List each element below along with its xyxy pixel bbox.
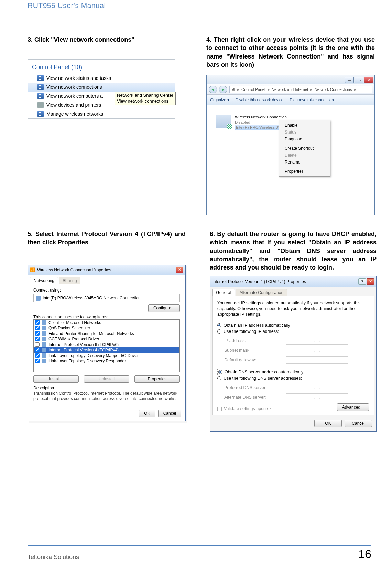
disable-device-button[interactable]: Disable this network device [236, 98, 283, 102]
step4-text: 4. Then right click on your wireless dev… [206, 35, 375, 69]
cp-item-label: View network computers a [46, 93, 103, 99]
tab-alternate[interactable]: Alternate Configuration [236, 289, 287, 296]
ok-button[interactable]: OK [314, 420, 342, 427]
tab-networking[interactable]: Networking [30, 277, 58, 284]
ip-label: IP address: [224, 338, 286, 343]
checkbox-label: Validate settings upon exit [224, 406, 274, 411]
radio-obtain-dns[interactable]: Obtain DNS server address automatically [217, 369, 304, 375]
pdns-field: . . . [286, 384, 348, 391]
item-checkbox[interactable] [35, 353, 40, 358]
network-icon [37, 84, 44, 90]
toolbar: Organize ▾ Disable this network device D… [207, 95, 374, 105]
radio-obtain-ip[interactable]: Obtain an IP address automatically [217, 322, 369, 328]
list-item: File and Printer Sharing for Microsoft N… [48, 331, 134, 336]
wireless-icon [37, 111, 44, 117]
page-number: 16 [358, 547, 371, 561]
gateway-field: . . . [286, 356, 348, 364]
context-menu: Enable Status Diagnose Create Shortcut D… [279, 120, 330, 177]
radio-icon [217, 376, 221, 380]
ip-field: . . . [286, 337, 348, 345]
cp-item-label: View devices and printers [46, 102, 101, 108]
radio-label: Obtain DNS server address automatically [225, 370, 303, 375]
radio-icon [217, 329, 221, 334]
item-checkbox[interactable] [35, 359, 40, 363]
uninstall-button: Uninstall [84, 375, 129, 383]
diagnose-button[interactable]: Diagnose this connection [290, 98, 334, 102]
menu-create-shortcut[interactable]: Create Shortcut [280, 145, 329, 152]
mask-field: . . . [286, 347, 348, 354]
step5-text: 5. Select Internet Protocol Version 4 (T… [28, 230, 186, 247]
install-button[interactable]: Install... [33, 375, 79, 383]
pdns-label: Preferred DNS server: [224, 385, 286, 390]
close-button[interactable]: ✕ [364, 77, 373, 83]
dialog-title: Internet Protocol Version 4 (TCP/IPv4) P… [212, 279, 306, 284]
description-text: Transmission Control Protocol/Internet P… [33, 391, 180, 402]
properties-button[interactable]: Properties [134, 375, 180, 383]
protocol-icon [42, 359, 46, 363]
intro-text: You can get IP settings assigned automat… [217, 300, 369, 318]
cancel-button[interactable]: Cancel [345, 420, 372, 427]
menu-properties[interactable]: Properties [280, 168, 329, 175]
item-checkbox[interactable] [35, 331, 40, 336]
minimize-button[interactable]: — [345, 77, 354, 83]
checkbox-icon[interactable] [217, 407, 222, 411]
tab-general[interactable]: General [212, 289, 235, 296]
breadcrumb[interactable]: 🖥 Control Panel Network and Internet Net… [229, 86, 372, 93]
gateway-label: Default gateway: [224, 358, 286, 362]
list-item: Link-Layer Topology Discovery Responder [48, 359, 126, 363]
list-item: GCT WiMax Protocol Driver [48, 337, 99, 341]
cp-item-selected[interactable]: View network connections [28, 83, 175, 92]
network-icon [37, 93, 44, 99]
maximize-button[interactable]: ▭ [355, 77, 363, 83]
cp-item[interactable]: View network computers a Network and Sha… [28, 92, 175, 101]
connect-using-label: Connect using: [33, 288, 180, 293]
help-button[interactable]: ? [358, 278, 366, 285]
share-icon [42, 331, 46, 336]
client-icon [42, 320, 46, 325]
item-checkbox[interactable] [35, 337, 40, 341]
radio-icon [217, 323, 221, 327]
menu-enable[interactable]: Enable [280, 122, 329, 129]
advanced-button[interactable]: Advanced... [337, 403, 369, 411]
item-checkbox[interactable] [35, 348, 40, 352]
window-titlebar: — ▭ ✕ [207, 75, 374, 84]
close-button[interactable]: ✕ [176, 267, 183, 273]
step6-text: 6. By default the router is going to hav… [210, 230, 377, 272]
radio-label: Use the following IP address: [224, 329, 279, 334]
network-icon [37, 75, 44, 81]
item-checkbox[interactable] [35, 320, 40, 325]
breadcrumb-item[interactable]: Control Panel [241, 87, 265, 92]
breadcrumb-item[interactable]: Network Connections [314, 87, 352, 92]
menu-rename[interactable]: Rename [280, 159, 329, 166]
page-footer: Teltonika Solutions 16 [28, 547, 371, 561]
item-checkbox[interactable] [35, 326, 40, 330]
tab-sharing[interactable]: Sharing [59, 277, 80, 284]
items-listbox[interactable]: Client for Microsoft Networks QoS Packet… [33, 319, 180, 372]
adapter-icon [36, 296, 41, 301]
dialog-title: Wireless Network Connection Properties [37, 267, 111, 272]
organize-menu[interactable]: Organize ▾ [210, 97, 229, 102]
menu-diagnose[interactable]: Diagnose [280, 136, 329, 143]
doc-header: RUT955 User's Manual [28, 0, 371, 10]
screenshot-connection-properties: 📶Wireless Network Connection Properties … [28, 265, 186, 421]
adns-field: . . . [286, 393, 348, 401]
breadcrumb-item[interactable]: Network and Internet [272, 87, 308, 92]
ok-button[interactable]: OK [139, 410, 155, 417]
protocol-icon [42, 337, 46, 341]
close-button[interactable]: ✕ [367, 278, 374, 285]
cp-item[interactable]: Manage wireless networks [28, 109, 175, 118]
adapter-name: Wireless Network Connection [235, 115, 290, 119]
list-item-selected: Internet Protocol Version 4 (TCP/IPv4) [48, 348, 119, 352]
radio-use-ip[interactable]: Use the following IP address: [217, 328, 369, 335]
forward-button[interactable]: ► [219, 86, 227, 93]
radio-label: Use the following DNS server addresses: [224, 376, 302, 381]
cancel-button[interactable]: Cancel [158, 410, 181, 417]
cp-item[interactable]: View devices and printers [28, 101, 175, 109]
configure-button[interactable]: Configure... [148, 304, 180, 312]
back-button[interactable]: ◄ [209, 86, 217, 93]
cp-item[interactable]: View network status and tasks [28, 74, 175, 83]
radio-use-dns[interactable]: Use the following DNS server addresses: [217, 375, 369, 381]
step3-text: 3. Click "View network connections" [28, 35, 193, 44]
item-checkbox[interactable] [35, 342, 40, 347]
radio-label: Obtain an IP address automatically [224, 323, 290, 328]
